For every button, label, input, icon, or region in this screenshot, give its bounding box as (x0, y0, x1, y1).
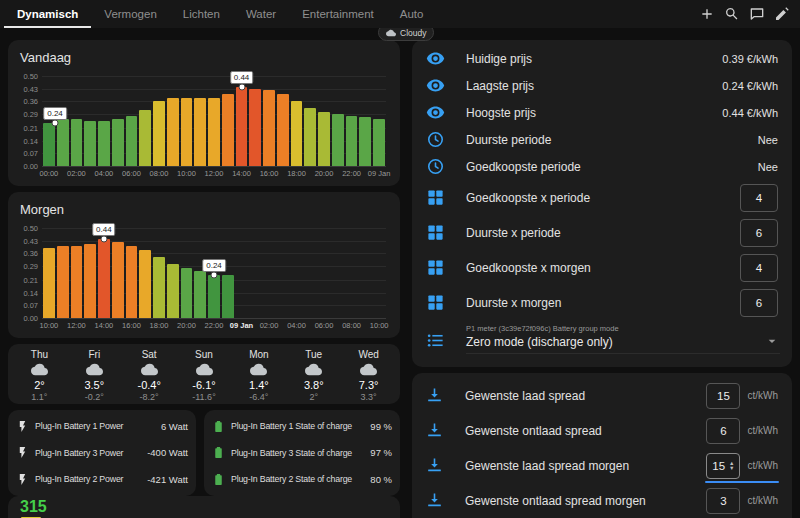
entity-row[interactable]: Huidige prijs0.39 €/kWh (412, 45, 792, 72)
battery-icon (212, 446, 225, 459)
x-axis-label: 10:00 (177, 169, 196, 178)
forecast-row: Thu2°1.1°Fri3.5°-0.2°Sat-0.4°-8.2°Sun-6.… (8, 344, 400, 404)
entity-row[interactable]: Gewenste ontlaad spread morgen3ct/kWh (412, 483, 792, 518)
tab-entertainment[interactable]: Entertainment (289, 0, 387, 28)
select-value: Zero mode (discharge only) (466, 334, 764, 349)
entity-row[interactable]: Goedkoopste x morgen4 (412, 250, 792, 285)
flash-icon (16, 420, 29, 433)
x-axis-label: 18:00 (150, 321, 169, 330)
flash-icon (16, 473, 29, 486)
price-bar (359, 117, 371, 166)
spread-icon (425, 386, 444, 405)
price-bar (332, 114, 344, 166)
price-bar (71, 246, 83, 318)
entity-row[interactable]: Gewenste ontlaad spread6ct/kWh (412, 413, 792, 448)
entity-value: Nee (758, 134, 778, 146)
annotation-label: 0.44 (230, 71, 254, 84)
price-bar (304, 108, 316, 166)
price-bar (263, 90, 275, 166)
entity-row[interactable]: Duurste periodeNee (412, 126, 792, 153)
flash-icon (16, 446, 29, 459)
price-bar (112, 242, 124, 318)
battery-group-mode-select[interactable]: P1 meter (3c39e72f096c) Battery group mo… (412, 320, 792, 354)
gridline (42, 318, 386, 319)
y-axis-label: 0.14 (16, 137, 38, 146)
entity-row[interactable]: Gewenste laad spread15ct/kWh (412, 378, 792, 413)
unit-label: ct/kWh (747, 390, 778, 401)
forecast-day: Sun-6.1°-11.6° (177, 349, 232, 401)
tab-vermogen[interactable]: Vermogen (91, 0, 169, 28)
card-weather-forecast[interactable]: Thu2°1.1°Fri3.5°-0.2°Sat-0.4°-8.2°Sun-6.… (8, 344, 400, 404)
entity-row[interactable]: Plug-In Battery 2 State of charge80 % (204, 466, 400, 493)
cloudy-icon (141, 361, 158, 378)
x-axis-label: 02:00 (260, 321, 279, 330)
x-axis-label: 08:00 (342, 321, 361, 330)
number-input[interactable]: 6 (740, 219, 778, 247)
forecast-low-temp: -0.2° (85, 392, 104, 402)
tab-lichten[interactable]: Lichten (170, 0, 233, 28)
cloudy-icon (86, 361, 103, 378)
forecast-day-name: Thu (31, 349, 48, 360)
card-price-settings: Huidige prijs0.39 €/kWhLaagste prijs0.24… (412, 40, 792, 367)
entity-row[interactable]: Duurste x periode6 (412, 215, 792, 250)
y-axis-label: 0.14 (16, 289, 38, 298)
entity-label: Duurste periode (466, 133, 758, 147)
entity-label: Plug-In Battery 1 State of charge (231, 421, 364, 431)
entity-label: Gewenste laad spread (465, 389, 705, 403)
number-input[interactable]: 6 (740, 289, 778, 317)
entity-row[interactable]: Plug-In Battery 1 State of charge99 % (204, 413, 400, 440)
entity-row[interactable]: Goedkoopste x periode4 (412, 180, 792, 215)
tab-auto[interactable]: Auto (387, 0, 437, 28)
y-axis-label: 0.50 (16, 224, 38, 233)
number-input[interactable]: 15▲▼ (706, 453, 740, 479)
entity-label: Huidige prijs (466, 52, 722, 66)
entity-label: Goedkoopste periode (466, 160, 758, 174)
edit-icon (774, 6, 790, 22)
x-axis-label: 22:00 (342, 169, 361, 178)
number-value: 15 (712, 460, 725, 472)
battery-icon (212, 420, 225, 433)
app-header: DynamischVermogenLichtenWaterEntertainme… (0, 0, 800, 28)
x-axis-label: 06:00 (315, 321, 334, 330)
x-axis-label: 20:00 (315, 169, 334, 178)
entity-row[interactable]: Gewenste laad spread morgen15▲▼ct/kWh (412, 448, 792, 483)
number-input[interactable]: 15 (706, 383, 740, 409)
entity-value: 0.24 €/kWh (722, 80, 778, 92)
number-input[interactable]: 4 (740, 254, 778, 282)
grid-icon (426, 258, 445, 277)
eye-icon (426, 103, 445, 122)
x-axis-label: 04:00 (287, 321, 306, 330)
tab-dynamisch[interactable]: Dynamisch (4, 0, 91, 28)
entity-row[interactable]: Goedkoopste periodeNee (412, 153, 792, 180)
search-icon (724, 6, 740, 22)
number-input[interactable]: 6 (706, 418, 740, 444)
entity-row[interactable]: Plug-In Battery 3 Power-400 Watt (8, 440, 196, 467)
unit-label: ct/kWh (747, 425, 778, 436)
entity-row[interactable]: Plug-In Battery 2 Power-421 Watt (8, 466, 196, 493)
entity-row[interactable]: Hoogste prijs0.44 €/kWh (412, 99, 792, 126)
entity-row[interactable]: Plug-In Battery 1 Power6 Watt (8, 413, 196, 440)
cloudy-icon (305, 361, 322, 378)
forecast-high-temp: -0.4° (137, 379, 160, 391)
entity-value: 0.39 €/kWh (722, 53, 778, 65)
number-input[interactable]: 4 (740, 184, 778, 212)
stepper-arrows[interactable]: ▲▼ (729, 461, 734, 471)
forecast-low-temp: -11.6° (192, 392, 215, 402)
entity-row[interactable]: Laagste prijs0.24 €/kWh (412, 72, 792, 99)
price-chart-today: 00:0002:0004:0006:0008:0010:0012:0014:00… (16, 66, 388, 182)
tab-water[interactable]: Water (233, 0, 289, 28)
edit-dashboard-button[interactable] (774, 6, 790, 22)
forecast-high-temp: 3.8° (304, 379, 324, 391)
entity-row[interactable]: Duurste x morgen6 (412, 285, 792, 320)
assist-button[interactable] (749, 6, 765, 22)
unit-label: ct/kWh (747, 460, 778, 471)
price-bar (84, 244, 96, 318)
price-bar (222, 94, 234, 166)
entity-row[interactable]: Plug-In Battery 3 State of charge97 % (204, 440, 400, 467)
add-button[interactable] (699, 6, 715, 22)
annotation-label: 0.24 (202, 259, 226, 272)
number-input[interactable]: 3 (706, 488, 740, 514)
search-button[interactable] (724, 6, 740, 22)
price-bar (222, 275, 234, 318)
price-bar (98, 121, 110, 166)
